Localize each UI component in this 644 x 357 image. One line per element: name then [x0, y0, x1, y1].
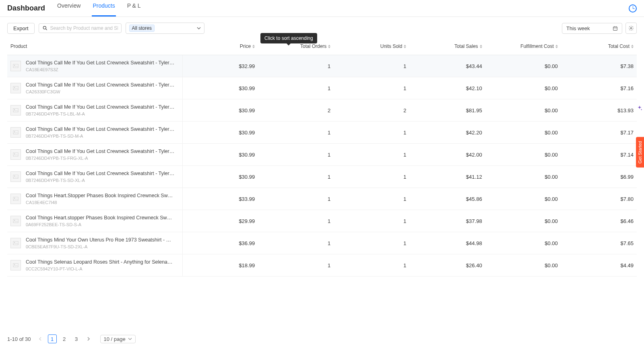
product-sku: 0CBE5EA87F9U-TS-SD-2XL-A [26, 244, 179, 249]
clock-icon[interactable] [629, 4, 637, 12]
cell-product: Cool Things Call Me If You Get Lost Crew… [7, 122, 182, 144]
date-range-select[interactable]: This week [562, 23, 622, 34]
cell-orders: 1 [258, 210, 334, 232]
cell-fulfillment: $0.00 [485, 77, 561, 99]
svg-rect-15 [13, 153, 18, 157]
product-name: Cool Things Heart.Stopper Phases Book In… [26, 193, 175, 198]
cell-orders: 1 [258, 166, 334, 188]
page-3[interactable]: 3 [72, 334, 81, 343]
col-fulfillment-cost[interactable]: Fulfillment Cost [485, 39, 561, 55]
col-product[interactable]: Product [7, 39, 182, 55]
toolbar-left: Export All stores [7, 23, 204, 34]
prev-page[interactable] [36, 334, 45, 343]
cell-product: Cool Things Selenas Leopard Roses Shirt … [7, 254, 182, 277]
cell-product: Cool Things Call Me If You Get Lost Crew… [7, 166, 182, 188]
product-thumbnail [10, 260, 21, 270]
product-sku: 0B7246DD4YPB-TS-SD-M-A [26, 134, 179, 138]
svg-rect-21 [13, 219, 18, 223]
sparkle-icon[interactable] [635, 104, 644, 113]
cell-price: $30.99 [182, 144, 258, 166]
svg-rect-9 [13, 87, 18, 90]
product-sku: CA18E4EC7I48 [26, 200, 179, 205]
tab-products[interactable]: Products [92, 0, 116, 17]
tab-pl[interactable]: P & L [126, 0, 142, 17]
pagination-summary: 1-10 of 30 [7, 336, 31, 342]
cell-product: Cool Things Call Me If You Get Lost Crew… [7, 55, 182, 77]
product-thumbnail [10, 238, 21, 248]
header-bar: Dashboard Overview Products P & L [0, 0, 644, 17]
table-row[interactable]: Cool Things Mind Your Own Uterus Pro Roe… [7, 232, 637, 254]
table-row[interactable]: Cool Things Call Me If You Get Lost Crew… [7, 166, 637, 188]
cell-units: 1 [334, 77, 409, 99]
svg-point-24 [14, 242, 15, 243]
table-row[interactable]: Cool Things Heart.Stopper Phases Book In… [7, 188, 637, 210]
table-row[interactable]: Cool Things Heart.stopper Phases Book In… [7, 210, 637, 232]
search-input[interactable] [50, 25, 118, 31]
chevron-left-icon [39, 337, 42, 341]
cell-price: $29.99 [182, 210, 258, 232]
svg-point-6 [630, 27, 632, 29]
page-size-select[interactable]: 10 / page [100, 335, 136, 343]
col-total-cost[interactable]: Total Cost [561, 39, 637, 55]
cell-orders: 1 [258, 232, 334, 254]
svg-rect-19 [13, 197, 18, 201]
cell-product: Cool Things Mind Your Own Uterus Pro Roe… [7, 232, 182, 254]
search-input-wrap[interactable] [39, 23, 122, 33]
product-name: Cool Things Call Me If You Get Lost Crew… [26, 104, 175, 110]
tab-overview[interactable]: Overview [56, 0, 81, 17]
table-row[interactable]: Cool Things Call Me If You Get Lost Crew… [7, 122, 637, 144]
cell-units: 2 [334, 99, 409, 122]
page-1[interactable]: 1 [48, 334, 57, 343]
product-sku: CA26330FC3GW [26, 89, 179, 94]
cell-orders: 1 [258, 188, 334, 210]
table-row[interactable]: Cool Things Call Me If You Get Lost Crew… [7, 144, 637, 166]
cell-cost: $7.65 [561, 232, 637, 254]
next-page[interactable] [84, 334, 93, 343]
table-row[interactable]: Cool Things Selenas Leopard Roses Shirt … [7, 254, 637, 277]
chevron-down-icon [197, 26, 201, 30]
svg-point-12 [14, 109, 15, 110]
cell-units: 1 [334, 122, 409, 144]
svg-point-10 [14, 87, 15, 88]
svg-point-18 [14, 175, 15, 176]
product-name: Cool Things Call Me If You Get Lost Crew… [26, 149, 175, 154]
cell-cost: $7.80 [561, 188, 637, 210]
table-row[interactable]: Cool Things Call Me If You Get Lost Crew… [7, 99, 637, 122]
store-select[interactable]: All stores [126, 23, 204, 34]
page-size-label: 10 / page [104, 336, 126, 342]
products-table: Product Price Total Orders Units Sold To… [7, 39, 637, 277]
get-started-tab[interactable]: Get Started [636, 137, 644, 167]
cell-cost: $6.46 [561, 210, 637, 232]
tabs: Overview Products P & L [56, 0, 142, 17]
settings-button[interactable] [625, 23, 637, 34]
date-range-label: This week [566, 25, 590, 31]
cell-orders: 1 [258, 144, 334, 166]
page-2[interactable]: 2 [60, 334, 69, 343]
toolbar-right: This week [562, 23, 637, 34]
table-row[interactable]: Cool Things Call Me If You Get Lost Crew… [7, 77, 637, 99]
get-started-label: Get Started [638, 141, 642, 163]
svg-point-16 [14, 153, 15, 154]
export-button[interactable]: Export [7, 23, 35, 34]
cell-sales: $42.10 [409, 77, 485, 99]
cell-product: Cool Things Call Me If You Get Lost Crew… [7, 99, 182, 122]
cell-product: Cool Things Call Me If You Get Lost Crew… [7, 77, 182, 99]
svg-point-14 [14, 131, 15, 132]
svg-rect-17 [13, 175, 18, 179]
svg-rect-2 [613, 27, 617, 30]
cell-price: $30.99 [182, 122, 258, 144]
product-name: Cool Things Heart.stopper Phases Book In… [26, 215, 175, 221]
col-price[interactable]: Price [182, 39, 258, 55]
product-thumbnail [10, 171, 21, 182]
col-total-orders[interactable]: Total Orders [258, 39, 334, 55]
col-units-sold[interactable]: Units Sold [334, 39, 409, 55]
svg-point-22 [14, 220, 15, 221]
svg-rect-7 [13, 64, 18, 68]
svg-point-26 [14, 264, 15, 265]
col-total-sales[interactable]: Total Sales [409, 39, 485, 55]
product-name: Cool Things Call Me If You Get Lost Crew… [26, 126, 175, 132]
table-row[interactable]: Cool Things Call Me If You Get Lost Crew… [7, 55, 637, 77]
cell-fulfillment: $0.00 [485, 55, 561, 77]
cell-orders: 1 [258, 55, 334, 77]
product-sku: CA18E4E97S3Z [26, 67, 179, 72]
